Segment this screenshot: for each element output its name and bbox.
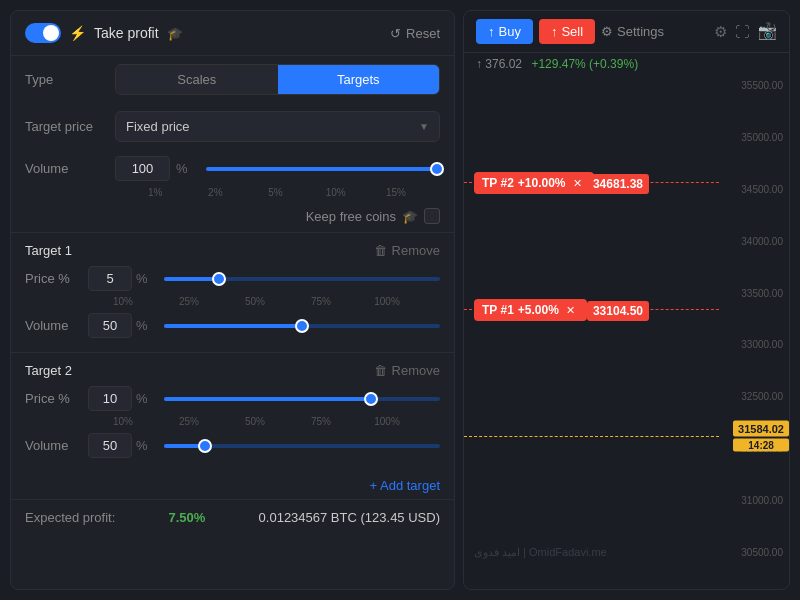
- reset-icon: ↺: [390, 26, 401, 41]
- target-2-volume-label: Volume: [25, 438, 80, 453]
- volume-slider-track: [206, 167, 440, 171]
- sell-button[interactable]: ↑ Sell: [539, 19, 595, 44]
- chart-icon: 🎓: [167, 26, 183, 41]
- target-1-price-tick-labels: 10% 25% 50% 75% 100%: [25, 295, 420, 307]
- target-1-price-input[interactable]: [88, 266, 132, 291]
- entry-price-badge: 31584.02: [733, 421, 789, 437]
- target-2-volume-input[interactable]: [88, 433, 132, 458]
- add-target-button[interactable]: + Add target: [370, 478, 440, 493]
- target-1-volume-input[interactable]: [88, 313, 132, 338]
- target-2-remove-button[interactable]: 🗑 Remove: [374, 363, 440, 378]
- arrow-down-icon: ↑: [551, 24, 558, 39]
- left-panel: ⚡ Take profit 🎓 ↺ Reset Type Scales Targ…: [10, 10, 455, 590]
- dropdown-arrow-icon: ▼: [419, 121, 429, 132]
- expected-label: Expected profit:: [25, 510, 115, 525]
- volume-input[interactable]: [115, 156, 170, 181]
- panel-header: ⚡ Take profit 🎓 ↺ Reset: [11, 11, 454, 56]
- tp2-line: TP #2 +10.00% ✕ 34681.38: [464, 182, 719, 183]
- tp2-id: TP #2: [482, 176, 514, 190]
- tp1-line: TP #1 +5.00% ✕ 33104.50: [464, 309, 719, 310]
- keep-free-row: Keep free coins 🎓: [11, 204, 454, 232]
- right-panel: ↻ ↑ Buy ↑ Sell ⚙ Settings ⚙ ⛶ �: [463, 10, 790, 590]
- volume-slider-labels: 1% 2% 5% 10% 15%: [25, 185, 440, 198]
- tp2-percent: +10.00%: [518, 176, 566, 190]
- take-profit-icon: ⚡: [69, 25, 86, 41]
- target-1-volume-unit: %: [136, 318, 148, 333]
- entry-badge-container: 31584.02 14:28: [733, 421, 789, 452]
- volume-unit: %: [176, 161, 188, 176]
- target-1-volume-thumb[interactable]: [295, 319, 309, 333]
- trade-buttons: ↑ Buy ↑ Sell ⚙ Settings: [476, 19, 664, 44]
- target-1-price-unit: %: [136, 271, 148, 286]
- keep-free-label: Keep free coins: [306, 209, 396, 224]
- reset-button[interactable]: ↺ Reset: [390, 26, 440, 41]
- profit-btc: 0.01234567 BTC (123.45 USD): [259, 510, 440, 525]
- tp1-id: TP #1: [482, 303, 514, 317]
- entry-line: [464, 436, 719, 437]
- main-container: ⚡ Take profit 🎓 ↺ Reset Type Scales Targ…: [0, 0, 800, 600]
- target-price-dropdown[interactable]: Fixed price ▼: [115, 111, 440, 142]
- target-2-volume-thumb[interactable]: [198, 439, 212, 453]
- chart-area: 35500.00 35000.00 34500.00 34000.00 3350…: [464, 75, 789, 563]
- tp1-close-button[interactable]: ✕: [563, 302, 579, 318]
- add-target-row: + Add target: [11, 472, 454, 499]
- target-2-header: Target 2 🗑 Remove: [25, 363, 440, 378]
- arrow-up-icon: ↑: [488, 24, 495, 39]
- target-2-title: Target 2: [25, 363, 72, 378]
- target-2-price-row: Price % %: [25, 386, 440, 411]
- bottom-bar: Expected profit: 7.50% 0.01234567 BTC (1…: [11, 499, 454, 535]
- panel-title: Take profit: [94, 25, 159, 41]
- refresh-icon[interactable]: ↻: [765, 19, 777, 35]
- target-1-price-row: Price % %: [25, 266, 440, 291]
- buy-button[interactable]: ↑ Buy: [476, 19, 533, 44]
- target-1-price-label: Price %: [25, 271, 80, 286]
- header-left: ⚡ Take profit 🎓: [25, 23, 183, 43]
- tp2-tag: TP #2 +10.00% ✕: [474, 172, 594, 194]
- type-row: Type Scales Targets: [11, 56, 454, 103]
- target-price-row: Target price Fixed price ▼: [11, 103, 454, 150]
- price-current: ↑ 376.02: [476, 57, 525, 71]
- target-price-label: Target price: [25, 119, 105, 134]
- remove-label: Remove: [392, 243, 440, 258]
- price-change: +129.47% (+0.39%): [531, 57, 638, 71]
- target-2-price-thumb[interactable]: [364, 392, 378, 406]
- chart-settings-button[interactable]: ⚙ Settings: [601, 19, 664, 44]
- target-2-price-unit: %: [136, 391, 148, 406]
- watermark: امید فدوی | OmidFadavi.me: [474, 546, 607, 559]
- remove-2-label: Remove: [392, 363, 440, 378]
- target-2-section: Target 2 🗑 Remove Price % %: [11, 352, 454, 472]
- tp2-close-button[interactable]: ✕: [570, 175, 586, 191]
- settings-gear-icon[interactable]: ⚙: [714, 23, 727, 41]
- type-buttons: Scales Targets: [115, 64, 440, 95]
- tp2-price-badge: 34681.38: [587, 176, 649, 191]
- target-1-title: Target 1: [25, 243, 72, 258]
- target-1-header: Target 1 🗑 Remove: [25, 243, 440, 258]
- take-profit-toggle[interactable]: [25, 23, 61, 43]
- keep-free-icon: 🎓: [402, 209, 418, 224]
- price-value: 376.02: [485, 57, 522, 71]
- chart-toolbar: ↑ Buy ↑ Sell ⚙ Settings ⚙ ⛶ 📷: [464, 11, 789, 53]
- type-targets-button[interactable]: Targets: [278, 65, 440, 94]
- target-2-price-input[interactable]: [88, 386, 132, 411]
- volume-label: Volume: [25, 161, 105, 176]
- type-scales-button[interactable]: Scales: [116, 65, 278, 94]
- expand-icon[interactable]: ⛶: [735, 23, 750, 40]
- tp1-tag: TP #1 +5.00% ✕: [474, 299, 587, 321]
- volume-slider-thumb[interactable]: [430, 162, 444, 176]
- price-info: ↑ 376.02 +129.47% (+0.39%): [464, 53, 789, 75]
- target-1-remove-button[interactable]: 🗑 Remove: [374, 243, 440, 258]
- entry-time-badge: 14:28: [733, 439, 789, 452]
- reset-label: Reset: [406, 26, 440, 41]
- target-price-value: Fixed price: [126, 119, 190, 134]
- volume-row: Volume % 1% 2% 5% 10% 15%: [11, 150, 454, 204]
- target-1-price-thumb[interactable]: [212, 272, 226, 286]
- gear-icon: ⚙: [601, 24, 613, 39]
- keep-free-checkbox[interactable]: [424, 208, 440, 224]
- sell-label: Sell: [561, 24, 583, 39]
- buy-label: Buy: [499, 24, 521, 39]
- target-2-volume-unit: %: [136, 438, 148, 453]
- type-label: Type: [25, 72, 105, 87]
- tp1-percent: +5.00%: [518, 303, 559, 317]
- trash-icon: 🗑: [374, 243, 387, 258]
- price-arrow-icon: ↑: [476, 57, 482, 71]
